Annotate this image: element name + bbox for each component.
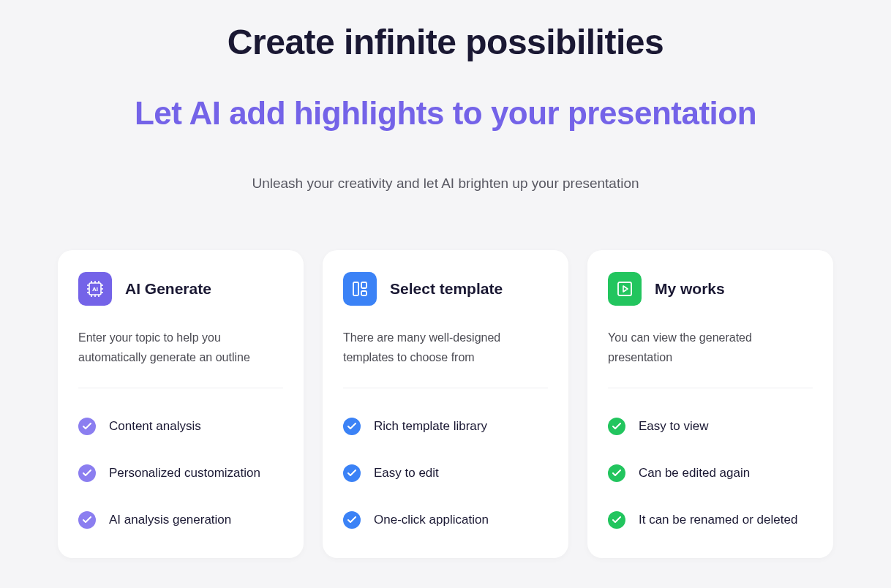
layout-grid-icon xyxy=(343,272,377,306)
card-title: AI Generate xyxy=(125,280,211,298)
feature-list: Easy to view Can be edited again It can … xyxy=(608,418,813,529)
feature-item: Easy to view xyxy=(608,418,813,435)
main-title: Create infinite possibilities xyxy=(58,22,833,62)
check-icon xyxy=(608,418,625,435)
divider xyxy=(343,388,548,388)
card-header: AI AI Generate xyxy=(78,272,283,306)
feature-text: Easy to edit xyxy=(374,466,439,480)
play-square-icon xyxy=(608,272,642,306)
check-icon xyxy=(343,464,361,482)
sub-title: Let AI add highlights to your presentati… xyxy=(58,95,833,132)
card-description: You can view the generated presentation xyxy=(608,328,813,367)
ai-chip-icon: AI xyxy=(78,272,112,306)
feature-item: Rich template library xyxy=(343,418,548,435)
feature-text: Personalized customization xyxy=(109,466,260,480)
check-icon xyxy=(608,511,625,529)
feature-text: Content analysis xyxy=(109,419,201,434)
card-description: Enter your topic to help you automatical… xyxy=(78,328,283,367)
feature-item: One-click application xyxy=(343,511,548,529)
feature-item: Personalized customization xyxy=(78,464,283,482)
svg-rect-15 xyxy=(361,282,366,288)
check-icon xyxy=(608,464,625,482)
check-icon xyxy=(343,511,361,529)
card-header: My works xyxy=(608,272,813,306)
svg-rect-14 xyxy=(353,282,358,295)
feature-text: It can be renamed or deleted xyxy=(639,513,797,527)
feature-item: Easy to edit xyxy=(343,464,548,482)
feature-list: Content analysis Personalized customizat… xyxy=(78,418,283,529)
feature-text: One-click application xyxy=(374,513,489,527)
svg-rect-16 xyxy=(361,291,366,295)
card-ai-generate[interactable]: AI AI Generate xyxy=(58,250,304,558)
svg-text:AI: AI xyxy=(92,286,98,293)
card-header: Select template xyxy=(343,272,548,306)
svg-rect-17 xyxy=(618,282,631,295)
feature-text: Rich template library xyxy=(374,419,487,434)
divider xyxy=(78,388,283,388)
feature-text: AI analysis generation xyxy=(109,513,231,527)
card-title: My works xyxy=(655,280,725,298)
card-my-works[interactable]: My works You can view the generated pres… xyxy=(587,250,833,558)
check-icon xyxy=(343,418,361,435)
check-icon xyxy=(78,464,96,482)
feature-item: AI analysis generation xyxy=(78,511,283,529)
check-icon xyxy=(78,418,96,435)
feature-text: Can be edited again xyxy=(639,466,750,480)
card-description: There are many well-designed templates t… xyxy=(343,328,548,367)
card-title: Select template xyxy=(390,280,503,298)
cards-row: AI AI Generate xyxy=(58,250,833,558)
feature-item: Content analysis xyxy=(78,418,283,435)
card-select-template[interactable]: Select template There are many well-desi… xyxy=(323,250,568,558)
divider xyxy=(608,388,813,388)
check-icon xyxy=(78,511,96,529)
tagline: Unleash your creativity and let AI brigh… xyxy=(58,176,833,192)
feature-list: Rich template library Easy to edit One-c… xyxy=(343,418,548,529)
feature-item: It can be renamed or deleted xyxy=(608,511,813,529)
feature-item: Can be edited again xyxy=(608,464,813,482)
feature-text: Easy to view xyxy=(639,419,708,434)
